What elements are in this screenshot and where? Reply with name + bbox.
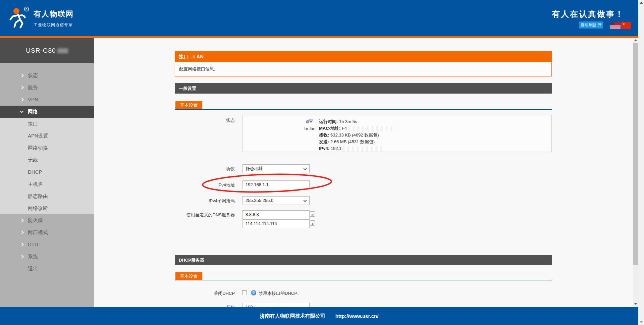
footer-bar: 济南有人物联网技术有限公司 http://www.usr.cn/ bbox=[0, 307, 638, 325]
chevron-right-icon bbox=[20, 98, 23, 101]
status-line-tx: 发送: 2.66 MB (4531 数据包) bbox=[319, 139, 395, 145]
chevron-right-icon bbox=[20, 218, 23, 222]
scroll-down-icon[interactable] bbox=[640, 321, 643, 323]
header-slogan: 有人在认真做事！ bbox=[552, 9, 624, 19]
cn-flag-star: ★ bbox=[622, 22, 625, 26]
interface-status-box: br-lan 运行时间: 1h 3m 5s MAC-地址: F4 接收: 632… bbox=[243, 115, 552, 152]
sidebar-subitem-hostname[interactable]: 主机名 bbox=[0, 178, 94, 190]
censored-mac bbox=[348, 126, 395, 131]
dns-input-1[interactable]: 8.8.8.8 bbox=[243, 210, 310, 219]
sidebar-subitem-apn[interactable]: APN设置 bbox=[0, 130, 94, 142]
status-line-uptime: 运行时间: 1h 3m 5s bbox=[319, 118, 395, 125]
status-line-mac: MAC-地址: F4 bbox=[319, 125, 395, 132]
censored-model-suffix bbox=[57, 48, 68, 53]
content-scrollbar[interactable] bbox=[633, 38, 638, 307]
sidebar-subitem-static-routes[interactable]: 静态路由 bbox=[0, 190, 94, 202]
sidebar-subitem-diagnostics[interactable]: 网络诊断 bbox=[0, 202, 94, 214]
tab-underline bbox=[175, 109, 552, 110]
sidebar-subitem-wireless[interactable]: 无线 bbox=[0, 154, 94, 166]
footer-url-link[interactable]: http://www.usr.cn/ bbox=[335, 313, 379, 319]
interface-status-lines: 运行时间: 1h 3m 5s MAC-地址: F4 接收: 632.33 KB … bbox=[319, 118, 395, 152]
dns-delete-button[interactable]: ✕ bbox=[310, 211, 315, 217]
protocol-select[interactable]: 静态地址 bbox=[243, 164, 310, 173]
sidebar-subitem-network-switch[interactable]: 网络切换 bbox=[0, 142, 94, 154]
scroll-up-icon[interactable] bbox=[640, 2, 643, 4]
language-flag-us[interactable] bbox=[610, 22, 621, 29]
ethernet-icon bbox=[306, 118, 313, 124]
status-line-ipv4: IPv4: 192.1 bbox=[319, 145, 395, 152]
sidebar-item-services[interactable]: 服务 bbox=[0, 82, 94, 94]
brand-block: 有人物联网 工业物联网通信专家 bbox=[34, 9, 74, 28]
main-area: 接口 - LAN 配置网络接口信息。 一般设置 基本设置 状态 br-lan 运… bbox=[94, 38, 633, 307]
protocol-label: 协议 bbox=[175, 166, 235, 172]
help-icon[interactable]: ? bbox=[251, 290, 256, 295]
device-model: USR-G80 bbox=[0, 38, 94, 63]
ipv4-label: IPv4地址 bbox=[175, 182, 235, 188]
content-column: 接口 - LAN 配置网络接口信息。 一般设置 基本设置 状态 br-lan 运… bbox=[175, 38, 552, 307]
us-flag-canton bbox=[610, 22, 614, 25]
scroll-up-icon[interactable] bbox=[634, 39, 637, 41]
dhcp-abbr: DHCP bbox=[285, 291, 297, 296]
dhcp-start-label: 开始 bbox=[175, 305, 235, 307]
brand-title: 有人物联网 bbox=[34, 9, 74, 19]
sidebar-item-dtu[interactable]: DTU bbox=[0, 238, 94, 251]
sidebar-item-vpn[interactable]: VPN bbox=[0, 94, 94, 106]
disable-dhcp-hint: 禁用本接口的DHCP。 bbox=[259, 290, 302, 296]
select-chevron-icon bbox=[304, 199, 307, 202]
top-header: R 有人物联网 工业物联网通信专家 有人在认真做事！ 自动刷新 开 ★ bbox=[0, 0, 638, 36]
footer-company: 济南有人物联网技术有限公司 bbox=[260, 313, 325, 319]
sidebar-item-logout[interactable]: 退出 bbox=[0, 263, 94, 275]
page-description: 配置网络接口信息。 bbox=[175, 62, 552, 76]
sidebar-subitem-interfaces[interactable]: 接口 bbox=[0, 118, 94, 130]
chevron-down-icon bbox=[20, 109, 23, 113]
chevron-right-icon bbox=[20, 255, 23, 258]
dns-add-button[interactable]: + bbox=[310, 220, 315, 226]
dns-label: 使用自定义的DNS服务器 bbox=[175, 212, 235, 218]
auto-refresh-toggle[interactable]: 自动刷新 开 bbox=[579, 21, 603, 29]
page-scrollbar[interactable] bbox=[638, 0, 644, 325]
tab-basic-settings[interactable]: 基本设置 bbox=[175, 101, 202, 109]
status-line-rx: 接收: 632.33 KB (4692 数据包) bbox=[319, 132, 395, 139]
language-flag-cn[interactable]: ★ bbox=[621, 22, 631, 29]
netmask-label: IPv4子网掩码 bbox=[175, 198, 235, 204]
page-title: 接口 - LAN bbox=[175, 51, 552, 62]
censored-ipv4 bbox=[342, 146, 383, 152]
content-scrollbar-thumb[interactable] bbox=[633, 43, 638, 265]
dhcp-start-input[interactable]: 100 bbox=[243, 303, 310, 307]
scroll-down-icon[interactable] bbox=[634, 303, 637, 305]
disable-dhcp-label: 关闭DHCP bbox=[175, 290, 235, 296]
select-chevron-icon bbox=[304, 167, 307, 170]
section-general-settings: 一般设置 bbox=[175, 83, 552, 94]
sidebar-item-system[interactable]: 系统 bbox=[0, 251, 94, 263]
sidebar-subitem-dhcp[interactable]: DHCP bbox=[0, 166, 94, 178]
section-dhcp-server: DHCP服务器 bbox=[175, 255, 552, 265]
registered-mark: R bbox=[25, 8, 28, 11]
dns-input-2[interactable]: 114.114.114.114 bbox=[243, 219, 310, 228]
sidebar-item-firewall[interactable]: 防火墙 bbox=[0, 214, 94, 226]
chevron-right-icon bbox=[20, 230, 23, 234]
tab-dhcp-basic-settings[interactable]: 基本设置 bbox=[175, 272, 202, 280]
tab-underline bbox=[175, 280, 552, 280]
status-label: 状态 bbox=[175, 117, 235, 123]
brand-subtitle: 工业物联网通信专家 bbox=[34, 22, 74, 28]
sidebar-item-network[interactable]: 网络 bbox=[0, 106, 94, 118]
ipv4-input[interactable]: 192.168.1.1 bbox=[243, 180, 310, 189]
chevron-right-icon bbox=[20, 73, 23, 77]
chevron-right-icon bbox=[20, 242, 23, 246]
netmask-select[interactable]: 255.255.255.0 bbox=[243, 196, 310, 205]
chevron-right-icon bbox=[20, 86, 23, 89]
usr-logo-icon: R bbox=[7, 6, 30, 30]
disable-dhcp-checkbox[interactable] bbox=[242, 290, 247, 295]
sidebar-nav: USR-G80 状态 服务 VPN 网络 接口 APN设置 网络切换 无线 DH… bbox=[0, 38, 94, 307]
sidebar-item-status[interactable]: 状态 bbox=[0, 69, 94, 82]
sidebar-item-port-mode[interactable]: 网口模式 bbox=[0, 226, 94, 238]
